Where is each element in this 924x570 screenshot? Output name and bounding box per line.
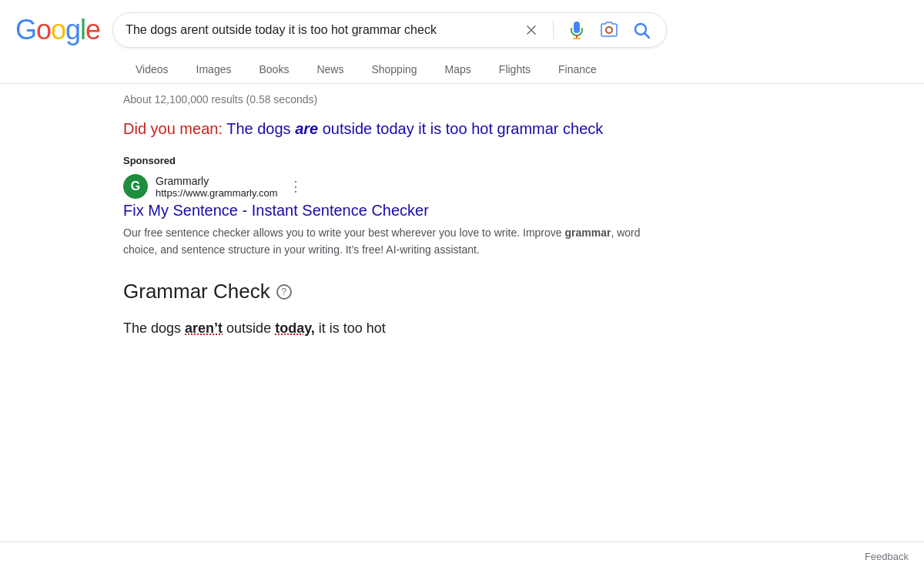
visual-search-button[interactable]	[597, 18, 621, 42]
search-submit-button[interactable]	[629, 18, 654, 42]
grammar-check-heading: Grammar Check	[123, 280, 270, 303]
tab-books[interactable]: Books	[246, 55, 301, 83]
ad-more-button[interactable]: ⋮	[286, 179, 306, 193]
ad-source-name: Grammarly	[156, 175, 278, 187]
ad-title-link[interactable]: Fix My Sentence - Instant Sentence Check…	[123, 202, 693, 220]
tab-maps[interactable]: Maps	[433, 55, 484, 83]
tab-shopping[interactable]: Shopping	[359, 55, 429, 83]
tab-flights[interactable]: Flights	[487, 55, 543, 83]
camera-icon	[600, 21, 618, 39]
clear-button[interactable]	[521, 19, 542, 41]
results-count: About 12,100,000 results (0.58 seconds)	[123, 93, 693, 106]
did-you-mean-label: Did you mean:	[123, 120, 223, 137]
tab-images[interactable]: Images	[184, 55, 244, 83]
ad-description: Our free sentence checker allows you to …	[123, 224, 662, 258]
ad-source: G Grammarly https://www.grammarly.com ⋮	[123, 174, 693, 199]
search-tabs: Videos Images Books News Shopping Maps F…	[0, 55, 924, 84]
svg-line-6	[645, 34, 650, 39]
grammar-post: it is too hot	[315, 320, 386, 336]
results-area: About 12,100,000 results (0.58 seconds) …	[0, 84, 693, 357]
logo-letter-g2: g	[65, 14, 80, 46]
dym-pre-text: The dogs	[226, 120, 295, 137]
logo-letter-o2: o	[51, 14, 65, 46]
microphone-icon	[567, 21, 586, 39]
ad-source-info: Grammarly https://www.grammarly.com	[156, 175, 278, 199]
tab-news[interactable]: News	[304, 55, 356, 83]
voice-search-button[interactable]	[564, 18, 589, 42]
grammar-pre: The dogs	[123, 320, 185, 336]
dym-post-text: outside today it is too hot grammar chec…	[318, 120, 603, 137]
grammar-check-title: Grammar Check ?	[123, 280, 693, 303]
tab-finance[interactable]: Finance	[546, 55, 609, 83]
grammar-mid: outside	[223, 320, 275, 336]
logo-letter-l: l	[80, 14, 85, 46]
ad-result: G Grammarly https://www.grammarly.com ⋮ …	[123, 174, 693, 258]
logo-letter-o1: o	[36, 14, 51, 46]
search-icon	[632, 21, 651, 39]
dym-are-word: are	[295, 120, 318, 137]
feedback-button[interactable]: Feedback	[865, 551, 909, 562]
search-bar: The dogs arent outside today it is too h…	[112, 12, 667, 48]
did-you-mean: Did you mean: The dogs are outside today…	[123, 118, 693, 139]
ad-favicon: G	[123, 174, 148, 199]
search-icons	[521, 18, 654, 42]
grammar-today: today,	[275, 320, 315, 336]
search-input[interactable]: The dogs arent outside today it is too h…	[126, 23, 521, 37]
google-logo: G o o g l e	[15, 14, 100, 46]
search-divider	[553, 21, 554, 39]
logo-letter-g1: G	[15, 14, 36, 46]
did-you-mean-link[interactable]: The dogs are outside today it is too hot…	[226, 120, 603, 137]
ad-desc-bold: grammar	[564, 226, 611, 239]
header: G o o g l e The dogs arent outside today…	[0, 0, 924, 55]
logo-letter-e: e	[85, 14, 100, 46]
grammar-arent: aren’t	[185, 320, 223, 336]
ad-source-url: https://www.grammarly.com	[156, 187, 278, 199]
tab-videos[interactable]: Videos	[123, 55, 181, 83]
grammar-check-section: Grammar Check ? The dogs aren’t outside …	[123, 280, 693, 356]
ad-desc-text1: Our free sentence checker allows you to …	[123, 226, 564, 239]
sponsored-label: Sponsored	[123, 155, 693, 166]
grammar-result-text: The dogs aren’t outside today, it is too…	[123, 316, 693, 340]
info-icon[interactable]: ?	[276, 284, 292, 300]
bottom-divider	[0, 542, 924, 542]
close-icon	[524, 22, 539, 38]
